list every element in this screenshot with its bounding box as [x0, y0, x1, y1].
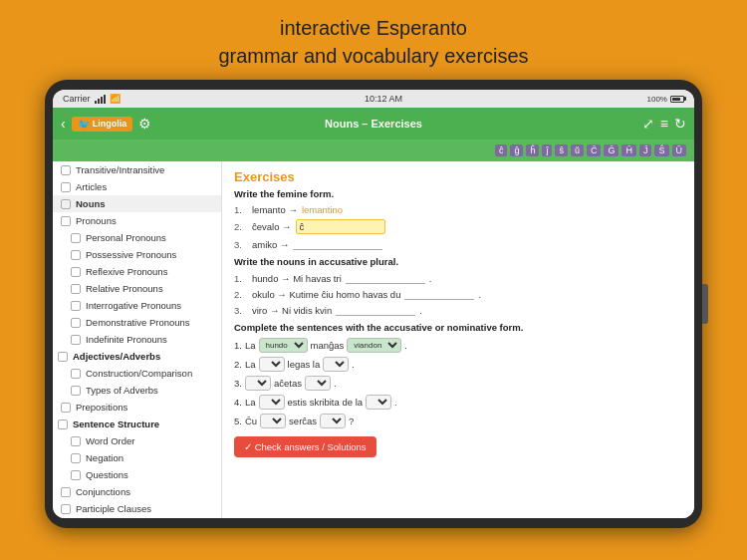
checkbox-pronouns[interactable]: [61, 216, 71, 226]
special-char-h[interactable]: ĥ: [526, 144, 539, 156]
sidebar-item-interrogative-pronouns[interactable]: Interrogative Pronouns: [53, 297, 221, 314]
sidebar-item-questions[interactable]: Questions: [53, 466, 221, 483]
sidebar-label-interrogative-pronouns: Interrogative Pronouns: [86, 300, 181, 311]
checkbox-nouns[interactable]: [61, 199, 71, 209]
checkbox-participle-clauses[interactable]: [61, 504, 71, 514]
sentence-dropdown1-4[interactable]: [259, 395, 285, 410]
sentence-suffix-4: .: [394, 397, 397, 408]
checkbox-transitive[interactable]: [61, 165, 71, 175]
item-number-2: 2.: [234, 221, 248, 232]
sidebar-label-personal-pronouns: Personal Pronouns: [86, 232, 166, 243]
checkbox-sentence-structure[interactable]: [58, 420, 68, 429]
sidebar-item-transitive[interactable]: Transitive/Intransitive: [53, 161, 221, 178]
special-char-H[interactable]: Ĥ: [622, 144, 636, 156]
checkbox-personal-pronouns[interactable]: [71, 233, 81, 243]
signal-icon: [95, 95, 106, 104]
checkbox-negation[interactable]: [71, 453, 81, 463]
checkbox-reflexive-pronouns[interactable]: [71, 267, 81, 277]
checkbox-indefinite-pronouns[interactable]: [71, 335, 81, 345]
special-char-S[interactable]: Ŝ: [654, 144, 668, 156]
special-char-c[interactable]: ĉ: [495, 144, 508, 156]
sidebar-item-conditional-clauses[interactable]: Conditional Clauses: [53, 517, 221, 518]
checkbox-articles[interactable]: [61, 182, 71, 192]
item-text-6: viro → Ni vidis kvin: [252, 305, 332, 316]
checkbox-types-adverbs[interactable]: [71, 386, 81, 396]
sentence-mid-4: estis skribita de la: [288, 397, 364, 408]
sidebar-item-articles[interactable]: Articles: [53, 178, 221, 195]
sidebar-item-participle-clauses[interactable]: Participle Clauses: [53, 500, 221, 517]
sidebar-label-indefinite-pronouns: Indefinite Pronouns: [86, 334, 167, 345]
item-input-6[interactable]: [336, 304, 415, 316]
special-char-U[interactable]: Ŭ: [672, 144, 687, 156]
logo-text: Lingolia: [93, 119, 127, 129]
sentence-suffix-2: .: [352, 359, 355, 370]
sentence-num-5: 5.: [234, 416, 242, 426]
lingolia-logo[interactable]: 🐦 Lingolia: [72, 117, 133, 132]
sentence-dropdown1-1[interactable]: hundo: [259, 338, 308, 353]
special-char-J[interactable]: Ĵ: [639, 144, 652, 156]
special-char-G[interactable]: Ĝ: [604, 144, 619, 156]
checkbox-word-order[interactable]: [71, 436, 81, 446]
sidebar-item-possessive-pronouns[interactable]: Possessive Pronouns: [53, 246, 221, 263]
special-char-j[interactable]: ĵ: [542, 144, 552, 156]
sentence-dropdown2-4[interactable]: [366, 395, 391, 410]
special-char-u[interactable]: ŭ: [571, 144, 584, 156]
checkbox-questions[interactable]: [71, 470, 81, 480]
item-input-3[interactable]: [293, 238, 382, 250]
sidebar-item-pronouns[interactable]: Pronouns: [53, 212, 221, 229]
back-button[interactable]: ‹: [61, 116, 66, 132]
page-title: interactive Esperanto grammar and vocabu…: [0, 14, 747, 70]
sentence-dropdown1-2[interactable]: [259, 357, 285, 372]
refresh-icon[interactable]: ↻: [674, 116, 686, 132]
expand-icon[interactable]: ⤢: [642, 116, 654, 132]
item-prefix-3: amiko →: [252, 239, 289, 250]
special-char-s[interactable]: ŝ: [555, 144, 568, 156]
sidebar-item-relative-pronouns[interactable]: Relative Pronouns: [53, 280, 221, 297]
sidebar-item-indefinite-pronouns[interactable]: Indefinite Pronouns: [53, 331, 221, 348]
checkbox-relative-pronouns[interactable]: [71, 284, 81, 294]
sidebar-item-negation[interactable]: Negation: [53, 449, 221, 466]
checkbox-possessive-pronouns[interactable]: [71, 250, 81, 260]
checkbox-prepositions[interactable]: [61, 403, 71, 413]
sidebar-item-types-adverbs[interactable]: Types of Adverbs: [53, 382, 221, 399]
sidebar-item-nouns[interactable]: Nouns: [53, 195, 221, 212]
signal-bar-3: [101, 97, 103, 104]
signal-bar-1: [95, 101, 97, 104]
item-input-4[interactable]: [346, 272, 425, 284]
special-char-g[interactable]: ĝ: [510, 144, 523, 156]
sentence-dropdown2-2[interactable]: [323, 357, 349, 372]
sidebar-item-adjectives[interactable]: Adjectives/Adverbs: [53, 348, 221, 365]
item-input-5[interactable]: [404, 288, 474, 300]
special-char-C[interactable]: Ĉ: [587, 144, 602, 156]
sidebar-item-prepositions[interactable]: Prepositions: [53, 399, 221, 416]
checkbox-conjunctions[interactable]: [61, 487, 71, 497]
checkbox-interrogative-pronouns[interactable]: [71, 301, 81, 311]
list-icon[interactable]: ≡: [660, 116, 668, 132]
exercise-item-3: 3. amiko →: [234, 238, 682, 250]
sidebar-item-demonstrative-pronouns[interactable]: Demonstrative Pronouns: [53, 314, 221, 331]
sidebar-item-conjunctions[interactable]: Conjunctions: [53, 483, 221, 500]
item-number-3: 3.: [234, 239, 248, 250]
sentence-dropdown1-3[interactable]: [245, 376, 271, 391]
sidebar-label-construction: Construction/Comparison: [86, 368, 192, 379]
wifi-icon: 📶: [110, 94, 121, 104]
check-answers-button[interactable]: ✓ Check answers / Solutions: [234, 436, 376, 457]
sentence-dropdown1-5[interactable]: [260, 414, 286, 428]
sidebar-item-construction[interactable]: Construction/Comparison: [53, 365, 221, 382]
checkbox-demonstrative-pronouns[interactable]: [71, 318, 81, 328]
sidebar-item-word-order[interactable]: Word Order: [53, 432, 221, 449]
sentence-mid-3: aĉetas: [274, 378, 302, 389]
sentence-dropdown2-1[interactable]: viandon: [347, 338, 401, 353]
sidebar-item-reflexive-pronouns[interactable]: Reflexive Pronouns: [53, 263, 221, 280]
item-input-2[interactable]: [296, 219, 385, 234]
sidebar-item-personal-pronouns[interactable]: Personal Pronouns: [53, 229, 221, 246]
checkbox-adjectives[interactable]: [58, 352, 68, 362]
sidebar-item-sentence-structure[interactable]: Sentence Structure: [53, 416, 221, 432]
sentence-dropdown2-5[interactable]: [320, 414, 346, 428]
sentence-dropdown2-3[interactable]: [305, 376, 331, 391]
exercise-item-2: 2. ĉevalo →: [234, 219, 682, 234]
settings-icon[interactable]: ⚙: [138, 116, 151, 132]
checkbox-construction[interactable]: [71, 369, 81, 379]
tablet-side-button: [702, 284, 708, 324]
item-number-6: 3.: [234, 305, 248, 316]
